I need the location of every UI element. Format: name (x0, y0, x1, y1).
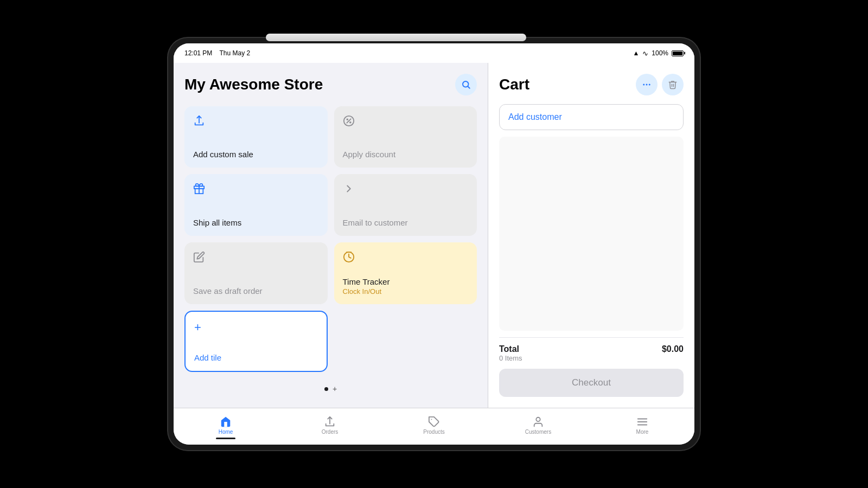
tab-home-label: Home (219, 429, 233, 435)
plus-icon: + (194, 320, 318, 335)
wifi-icon: ∿ (642, 49, 648, 57)
forward-icon (343, 183, 469, 197)
tile-add-custom-sale-label: Add custom sale (193, 150, 319, 159)
tile-add-tile-label: Add tile (194, 353, 318, 362)
svg-point-11 (646, 84, 648, 86)
add-customer-button[interactable]: Add customer (499, 104, 684, 130)
apple-pencil (266, 34, 526, 41)
left-panel: My Awesome Store (174, 63, 488, 408)
tile-save-draft[interactable]: Save as draft order (184, 242, 328, 304)
status-time-date: 12:01 PM Thu May 2 (184, 49, 250, 57)
svg-point-15 (536, 418, 540, 421)
share-icon (193, 115, 319, 130)
add-customer-label: Add customer (508, 112, 562, 121)
battery-icon (672, 50, 684, 56)
svg-point-12 (649, 84, 650, 86)
tile-time-tracker-sublabel: Clock In/Out (343, 287, 469, 296)
signal-icon: ▲ (633, 49, 639, 57)
time-tracker-icon (343, 251, 469, 266)
tile-ship-all-items[interactable]: Ship all items (184, 174, 328, 235)
cart-header: Cart (499, 74, 684, 95)
tile-time-tracker[interactable]: Time Tracker Clock In/Out (334, 242, 477, 304)
gift-icon (193, 183, 319, 197)
tab-more-label: More (636, 429, 649, 435)
tab-orders[interactable]: Orders (278, 416, 382, 435)
tab-customers-label: Customers (525, 429, 551, 435)
home-icon (220, 416, 232, 428)
battery-percent: 100% (652, 49, 668, 57)
status-date: Thu May 2 (220, 49, 251, 57)
cart-delete-button[interactable] (662, 74, 684, 95)
edit-icon (193, 251, 319, 266)
tab-home[interactable]: Home (174, 416, 278, 435)
tab-customers[interactable]: Customers (486, 416, 590, 435)
ipad-device: 12:01 PM Thu May 2 ▲ ∿ 100% My Awesome S… (168, 38, 700, 450)
tile-ship-all-items-label: Ship all items (193, 218, 319, 227)
cart-more-button[interactable] (636, 74, 658, 95)
customers-icon (532, 416, 544, 428)
status-indicators: ▲ ∿ 100% (633, 49, 684, 57)
ipad-screen: 12:01 PM Thu May 2 ▲ ∿ 100% My Awesome S… (174, 43, 694, 445)
tab-more[interactable]: More (590, 416, 694, 435)
tile-add-custom-sale[interactable]: Add custom sale (184, 106, 328, 168)
more-dots-icon (642, 80, 652, 89)
orders-icon (324, 416, 336, 428)
checkout-button[interactable]: Checkout (499, 369, 684, 397)
panel-header: My Awesome Store (184, 74, 477, 95)
tile-apply-discount-label: Apply discount (343, 150, 469, 159)
page-dot-1 (324, 387, 328, 391)
status-bar: 12:01 PM Thu May 2 ▲ ∿ 100% (174, 43, 694, 63)
page-dot-plus: + (333, 385, 337, 393)
cart-items-area (499, 137, 684, 331)
tile-apply-discount[interactable]: Apply discount (334, 106, 477, 168)
tab-products-label: Products (423, 429, 444, 435)
svg-line-1 (468, 86, 469, 88)
search-button[interactable] (455, 74, 477, 95)
store-name: My Awesome Store (184, 76, 323, 93)
tile-time-tracker-label: Time Tracker (343, 277, 469, 286)
status-time: 12:01 PM (184, 49, 212, 57)
more-icon (636, 416, 648, 428)
main-content: My Awesome Store (174, 63, 694, 408)
svg-point-6 (349, 122, 350, 123)
right-panel: Cart (488, 63, 694, 408)
search-icon (461, 80, 471, 89)
tile-save-draft-label: Save as draft order (193, 286, 319, 296)
total-amount: $0.00 (662, 344, 684, 354)
tab-active-indicator (216, 438, 235, 439)
tab-bar: Home Orders Products Customers (174, 408, 694, 445)
items-count: 0 Items (499, 354, 522, 362)
tile-email-to-customer[interactable]: Email to customer (334, 174, 477, 235)
svg-point-5 (347, 119, 348, 120)
page-dots: + (184, 381, 477, 397)
cart-title: Cart (499, 76, 529, 93)
total-label: Total (499, 344, 522, 354)
cart-actions (636, 74, 684, 95)
trash-icon (668, 80, 678, 89)
svg-point-10 (643, 84, 644, 86)
total-row: Total 0 Items $0.00 (499, 344, 684, 362)
tiles-grid: Add custom sale Apply discount (184, 106, 477, 372)
discount-icon (343, 115, 469, 130)
tab-products[interactable]: Products (382, 416, 486, 435)
cart-footer: Total 0 Items $0.00 Checkout (499, 337, 684, 397)
tile-email-to-customer-label: Email to customer (343, 218, 469, 227)
tab-orders-label: Orders (322, 429, 339, 435)
products-icon (428, 416, 440, 428)
tile-add-tile[interactable]: + Add tile (184, 311, 328, 372)
